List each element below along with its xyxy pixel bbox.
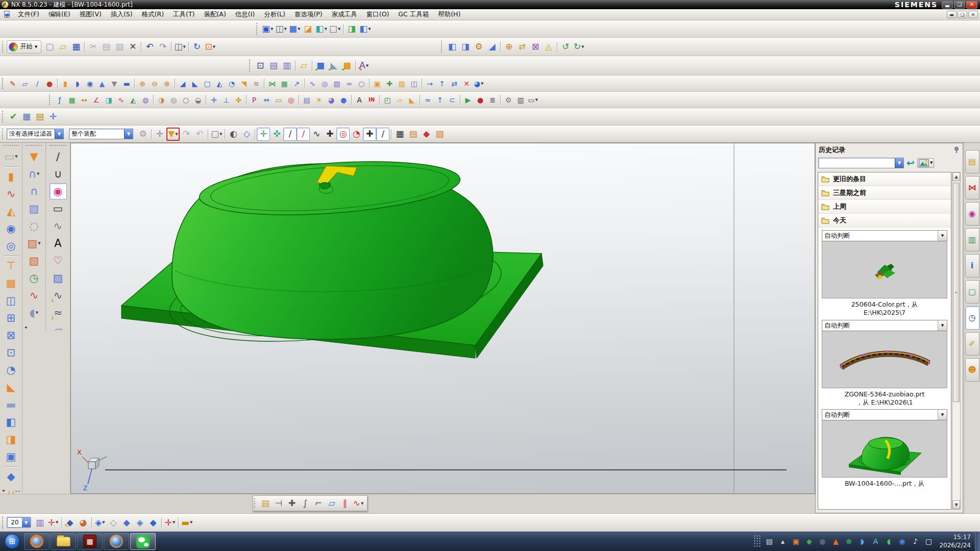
history-thumbnail[interactable]: [822, 241, 947, 298]
pattern-feature-icon[interactable]: ▦: [278, 78, 290, 90]
highlight-shaded-icon[interactable]: ◐: [227, 128, 240, 141]
menu-item-7[interactable]: 装配(A): [199, 9, 230, 20]
suppress-component-icon[interactable]: ⊠: [529, 40, 542, 54]
examine-solid-icon[interactable]: ■✔: [340, 59, 354, 72]
shaded-with-edges-icon[interactable]: ■▼: [288, 22, 301, 36]
hole-icon[interactable]: ◉: [84, 78, 96, 90]
chevron-down-icon[interactable]: ▼: [938, 410, 947, 420]
note-icon[interactable]: ▭: [273, 94, 285, 106]
intersect-icon[interactable]: ⊗: [161, 78, 173, 90]
curve-analysis-icon[interactable]: ∿: [115, 94, 127, 106]
menu-item-2[interactable]: 编辑(E): [44, 9, 75, 20]
examine-body-icon[interactable]: ■✔: [314, 59, 327, 72]
scroll-up-icon[interactable]: ▲: [952, 172, 960, 181]
dashed-body-icon[interactable]: ▣: [3, 448, 20, 465]
dropdown-caret-icon[interactable]: ▼: [298, 27, 300, 31]
rotate-part-icon[interactable]: ◨: [345, 22, 358, 36]
history-thumbnail[interactable]: [822, 331, 947, 388]
extract-geometry-icon[interactable]: ⊂: [446, 94, 458, 106]
wave-link-icon[interactable]: ≈: [422, 94, 434, 106]
pin-icon[interactable]: [953, 146, 960, 154]
menu-item-12[interactable]: 窗口(O): [362, 9, 394, 20]
revolve-icon[interactable]: ◗: [71, 78, 84, 90]
color-region-select-icon[interactable]: ▧: [433, 128, 446, 141]
spreadsheet-icon[interactable]: ▦: [66, 94, 78, 106]
app-window-icon[interactable]: ▣: [791, 537, 800, 546]
start-button[interactable]: 开始 ▼: [7, 40, 41, 54]
body-curve-cut-icon[interactable]: ⊡: [3, 344, 20, 361]
wcs-dynamics-icon[interactable]: ✜: [232, 94, 244, 106]
sketch-icon[interactable]: ✎: [7, 78, 19, 90]
split-cube-icon[interactable]: ⊠: [3, 327, 20, 343]
part-navigator-icon[interactable]: ◉: [965, 202, 979, 226]
show-desktop-button[interactable]: [975, 532, 980, 551]
bend-sheet-icon[interactable]: ◣: [406, 94, 418, 106]
linked-body-icon[interactable]: ⊞: [3, 310, 20, 326]
punch-tool-icon[interactable]: ⊤: [3, 258, 20, 274]
reuse-library-icon[interactable]: ▥: [965, 228, 979, 252]
dimple-array-icon[interactable]: ▦: [3, 275, 20, 291]
move-component-icon[interactable]: ◢: [485, 40, 499, 54]
measure-distance-icon[interactable]: ↔: [78, 94, 90, 106]
interpart-select-icon[interactable]: ◆: [420, 128, 433, 141]
thicken-icon[interactable]: ▣: [371, 78, 383, 90]
selection-scope-combo[interactable]: 整个装配 ▼: [69, 129, 133, 139]
wcs-triad[interactable]: X Z: [77, 448, 107, 492]
snap-preferences-icon[interactable]: ⚙: [136, 128, 150, 141]
stretch-sheet-icon[interactable]: ▧▼: [26, 235, 43, 252]
open-component-icon[interactable]: ◨: [459, 40, 472, 54]
firefox-button[interactable]: [24, 533, 50, 550]
messenger-icon[interactable]: ◗: [857, 537, 867, 546]
point-icon[interactable]: ●: [43, 78, 56, 90]
redo-icon[interactable]: ↷: [156, 40, 169, 54]
annotation-note-icon[interactable]: ▱: [297, 59, 310, 72]
combined-projection-icon[interactable]: ≈↓: [50, 305, 67, 321]
find-component-icon[interactable]: ◧: [446, 40, 459, 54]
assembly-navigator-icon[interactable]: ▤: [965, 150, 979, 173]
bridge-curve-icon[interactable]: ∥: [338, 497, 352, 510]
web-page-icon[interactable]: ▢: [965, 280, 979, 304]
add-component-icon[interactable]: ⊕: [502, 40, 516, 54]
toolbar-grip[interactable]: [2, 128, 4, 139]
sheet-metal-flange-icon[interactable]: ◰: [381, 94, 394, 106]
roles-icon[interactable]: ☻: [965, 358, 979, 382]
datum-target-icon[interactable]: ◎: [285, 94, 297, 106]
taskbar-clock[interactable]: 15:17 2026/2/24: [939, 533, 971, 549]
dropdown-caret-icon[interactable]: ▼: [183, 45, 185, 49]
move-face-icon[interactable]: →: [424, 78, 436, 90]
journal-editor-icon[interactable]: ≣: [486, 94, 499, 106]
split-body-icon[interactable]: ◣: [189, 78, 201, 90]
paste-icon[interactable]: ▧: [113, 40, 126, 54]
menu-item-5[interactable]: 格式(R): [137, 9, 168, 20]
pull-face-icon[interactable]: ↑: [436, 78, 448, 90]
cylinder-trim-icon[interactable]: ▮: [3, 168, 20, 185]
toolbar-grip[interactable]: [254, 498, 256, 509]
draft-analysis-icon[interactable]: ◭: [127, 94, 139, 106]
chevron-down-icon[interactable]: ▼: [124, 129, 133, 139]
snap-crosshair-icon[interactable]: ✛▼: [163, 516, 177, 529]
dropdown-caret-icon[interactable]: ▼: [15, 155, 17, 159]
law-curve-icon[interactable]: ♡: [50, 253, 67, 269]
n-sided-surface-icon[interactable]: ○: [355, 78, 368, 90]
face-shape-analysis-icon[interactable]: ◍: [139, 94, 152, 106]
dropdown-caret-icon[interactable]: ▼: [368, 27, 371, 31]
dropdown-caret-icon[interactable]: ▼: [481, 82, 483, 86]
internet-explorer-icon[interactable]: i: [965, 254, 979, 278]
rectangle-icon[interactable]: ▭: [50, 201, 67, 217]
face-analysis-view-icon[interactable]: ◪: [301, 22, 314, 36]
cut-icon[interactable]: ✂: [86, 40, 100, 54]
menu-item-6[interactable]: 工具(T): [168, 9, 199, 20]
scale-body-icon[interactable]: ↗: [290, 78, 303, 90]
boss-icon[interactable]: ▲: [96, 78, 108, 90]
close-button[interactable]: ✕: [966, 1, 977, 9]
swept-icon[interactable]: ∿: [306, 78, 318, 90]
design-in-context-icon[interactable]: ▤: [406, 128, 420, 141]
history-item-card[interactable]: 自动判断 ▼ 250604-Color.prt，从 E:\HK\2025\7: [822, 230, 947, 317]
expression-icon[interactable]: ƒ: [54, 94, 66, 106]
select-previous-icon[interactable]: ↶: [193, 128, 206, 141]
surface-patch-icon[interactable]: ▨: [50, 270, 67, 286]
assembly-constraints-icon[interactable]: ◬: [542, 40, 555, 54]
curve-gauge-icon[interactable]: ◷: [26, 270, 43, 286]
arc-icon[interactable]: ∪: [50, 166, 67, 182]
dropdown-caret-icon[interactable]: ▼: [38, 241, 40, 245]
